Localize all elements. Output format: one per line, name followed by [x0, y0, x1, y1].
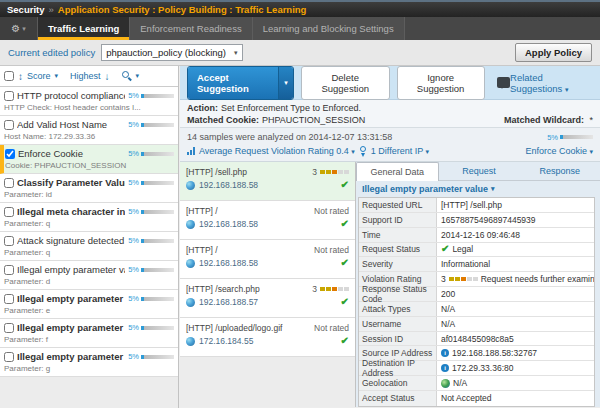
sample-url: [HTTP] /uploaded/logo.gif: [186, 323, 314, 333]
current-edited-policy-link[interactable]: Current edited policy: [8, 47, 95, 58]
apply-policy-button[interactable]: Apply Policy: [515, 43, 592, 62]
suggestion-item[interactable]: Illegal meta character in va...5%Paramet…: [0, 203, 178, 232]
detail-row: Response Status Code200: [359, 287, 594, 302]
entity-score: 5%: [547, 133, 558, 142]
nav-tabs-container: Traffic LearningEnforcement ReadinessLea…: [38, 17, 405, 40]
tab-traffic-learning[interactable]: Traffic Learning: [38, 17, 130, 40]
suggestion-list: HTTP protocol compliance fa...5%HTTP Che…: [0, 87, 178, 377]
detail-value: i172.29.33.36:80: [437, 361, 594, 375]
entity-link[interactable]: Enforce Cookie ▾: [525, 146, 593, 156]
tab-enforcement-readiness[interactable]: Enforcement Readiness: [130, 17, 252, 40]
detail-value: N/A: [437, 302, 594, 316]
suggestion-item[interactable]: Illegal empty parameter value5%Parameter…: [0, 261, 178, 290]
legal-check-icon: ✔: [341, 336, 349, 346]
suggestion-checkbox[interactable]: [4, 352, 14, 362]
sample-url: [HTTP] /: [186, 245, 314, 255]
avg-violation-rating-link[interactable]: Average Request Violation Rating 0.4 ▾: [199, 146, 355, 156]
suggestion-title: Illegal empty parameter val...: [17, 293, 125, 304]
suggestion-subtitle: Parameter: q: [4, 219, 174, 228]
detail-row: Session IDaf0148455098c8a5: [359, 332, 594, 347]
sample-item[interactable]: [HTTP] /uploaded/logo.gifNot rated172.16…: [180, 318, 355, 357]
chevron-down-icon: ▾: [491, 185, 495, 193]
sample-item[interactable]: [HTTP] /sell.php3192.168.188.58✔: [180, 162, 355, 201]
suggestion-checkbox[interactable]: [4, 178, 14, 188]
suggestion-subtitle: Host Name: 172.29.33.36: [4, 132, 174, 141]
related-suggestions-link[interactable]: Related Suggestions ▾: [510, 72, 593, 94]
suggestion-checkbox[interactable]: [4, 323, 14, 333]
detail-row: UsernameN/A: [359, 317, 594, 332]
suggestion-title: Enforce Cookie: [18, 148, 125, 159]
settings-menu-button[interactable]: ⚙ ▾: [0, 17, 38, 40]
breadcrumb-path: Application Security : Policy Building :…: [58, 4, 307, 15]
suggestion-item[interactable]: Attack signature detected5%Parameter: q: [0, 232, 178, 261]
violation-link[interactable]: Illegal empty parameter value ▾: [356, 181, 600, 197]
suggestion-subtitle: Parameter: d: [4, 277, 174, 286]
suggestion-item[interactable]: Enforce Cookie5%Cookie: PHPAUCTION_SESSI…: [0, 145, 178, 174]
info-icon[interactable]: i: [441, 349, 449, 357]
suggestion-subtitle: HTTP Check: Host header contains I...: [4, 103, 174, 112]
suggestion-item[interactable]: Illegal empty parameter val...5%Paramete…: [0, 290, 178, 319]
suggestion-checkbox[interactable]: [5, 149, 15, 159]
suggestion-checkbox[interactable]: [4, 294, 14, 304]
sample-ip: 192.168.188.57: [199, 297, 337, 307]
policy-select[interactable]: phpauction_policy (blocking) ▾: [101, 44, 242, 61]
check-icon: ✔: [441, 244, 449, 254]
detail-value: [HTTP] /sell.php: [437, 198, 594, 212]
info-icon[interactable]: i: [441, 364, 449, 372]
select-all-checkbox[interactable]: [4, 71, 14, 81]
suggestion-score: 5%: [128, 294, 174, 303]
suggestion-checkbox[interactable]: [4, 207, 14, 217]
suggestion-item[interactable]: Illegal empty parameter val...5%Paramete…: [0, 348, 178, 377]
ignore-suggestion-button[interactable]: Ignore Suggestion: [397, 66, 485, 100]
detail-tab-general-data[interactable]: General Data: [356, 162, 439, 181]
detail-row: Request Status✔Legal: [359, 243, 594, 258]
sort-score-control[interactable]: Score: [27, 71, 51, 81]
suggestion-checkbox[interactable]: [4, 265, 14, 275]
detail-tab-response[interactable]: Response: [519, 162, 600, 180]
suggestion-score: 5%: [128, 120, 174, 129]
detail-row: Time2014-12-16 09:46:48: [359, 228, 594, 243]
accept-suggestion-button[interactable]: Accept Suggestion ▾: [187, 66, 294, 100]
suggestion-checkbox[interactable]: [4, 236, 14, 246]
suggestion-subtitle: Cookie: PHPAUCTION_SESSION: [5, 161, 174, 170]
lower-region: [HTTP] /sell.php3192.168.188.58✔[HTTP] /…: [180, 162, 600, 407]
comment-icon[interactable]: [497, 77, 510, 88]
detail-key: Session ID: [359, 332, 437, 346]
samples-summary: 14 samples were analyzed on 2014-12-07 1…: [187, 132, 392, 142]
detail-row: GeolocationN/A: [359, 376, 594, 391]
sample-not-rated: Not rated: [314, 323, 349, 333]
sample-item[interactable]: [HTTP] /Not rated192.168.188.58✔: [180, 240, 355, 279]
detail-key: Accept Status: [359, 391, 437, 406]
main-content: ↕ Score ▾ Highest ↓ ▾ HTTP protocol comp…: [0, 66, 600, 408]
sample-ip: 192.168.188.58: [199, 219, 337, 229]
suggestion-item[interactable]: Illegal empty parameter val...5%Paramete…: [0, 319, 178, 348]
detail-value: 2014-12-16 09:46:48: [437, 228, 594, 242]
legal-check-icon: ✔: [341, 219, 349, 229]
suggestion-checkbox[interactable]: [4, 120, 14, 130]
tab-learning-and-blocking-settings[interactable]: Learning and Blocking Settings: [253, 17, 405, 40]
sample-item[interactable]: [HTTP] /Not rated192.168.188.58✔: [180, 201, 355, 240]
globe-icon: [186, 337, 195, 346]
suggestion-item[interactable]: Add Valid Host Name5%Host Name: 172.29.3…: [0, 116, 178, 145]
sort-order-control[interactable]: Highest: [70, 71, 101, 81]
detail-value: 200: [437, 287, 594, 301]
arrow-down-icon: ↓: [105, 71, 110, 82]
detail-tab-request[interactable]: Request: [439, 162, 520, 180]
suggestion-item[interactable]: Classify Parameter Value T...5%Parameter…: [0, 174, 178, 203]
breadcrumb-root[interactable]: Security: [7, 4, 45, 15]
sample-ip: 192.168.188.58: [199, 258, 337, 268]
avg-violation-rating-label: Average Request Violation Rating 0.4: [199, 146, 349, 156]
detail-key: Geolocation: [359, 376, 437, 390]
sample-list: [HTTP] /sell.php3192.168.188.58✔[HTTP] /…: [180, 162, 356, 407]
accept-suggestion-dropdown[interactable]: ▾: [278, 67, 293, 99]
suggestion-item[interactable]: HTTP protocol compliance fa...5%HTTP Che…: [0, 87, 178, 116]
different-ip-link[interactable]: 1 Different IP ▾: [371, 146, 429, 156]
suggestion-checkbox[interactable]: [4, 91, 14, 101]
sample-item[interactable]: [HTTP] /search.php3192.168.188.57✔: [180, 279, 355, 318]
detail-row: Destination IP Addressi172.29.33.36:80: [359, 361, 594, 376]
detail-row: Requested URL[HTTP] /sell.php: [359, 198, 594, 213]
violation-rating-bar: [449, 277, 478, 281]
sort-updown-icon[interactable]: ↕: [18, 71, 23, 82]
delete-suggestion-button[interactable]: Delete Suggestion: [301, 66, 390, 100]
search-icon[interactable]: [122, 71, 132, 81]
